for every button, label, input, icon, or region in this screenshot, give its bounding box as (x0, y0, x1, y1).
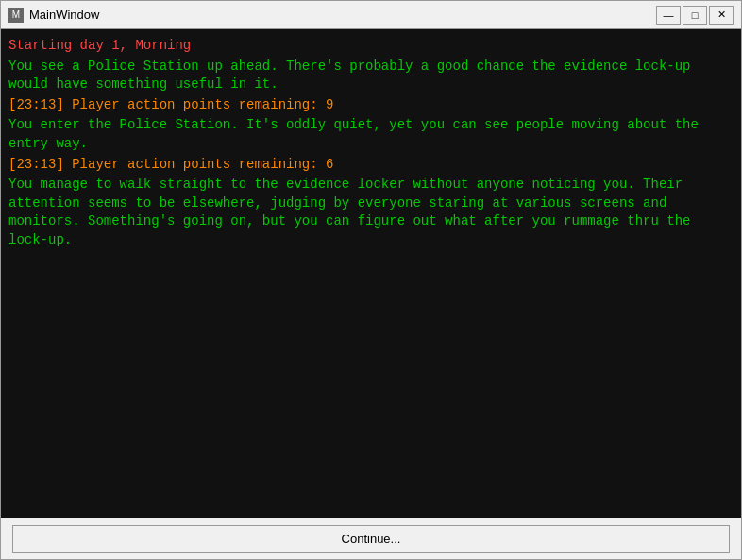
log-line-1: Starting day 1, Morning (8, 37, 734, 56)
log-text-1: Starting day 1, Morning (8, 38, 191, 53)
log-text-5: [23:13] Player action points remaining: … (8, 157, 333, 172)
window-title: MainWindow (29, 8, 99, 22)
log-line-3: [23:13] Player action points remaining: … (8, 96, 734, 115)
minimize-button[interactable]: — (656, 6, 681, 25)
log-text-6: You manage to walk straight to the evide… (8, 177, 691, 247)
title-bar-left: M MainWindow (8, 8, 99, 23)
log-line-2: You see a Police Station up ahead. There… (8, 58, 734, 94)
log-line-4: You enter the Police Station. It's oddly… (8, 116, 734, 153)
log-text-3: [23:13] Player action points remaining: … (8, 97, 333, 112)
main-window: M MainWindow — □ ✕ Starting day 1, Morni… (0, 0, 742, 560)
close-button[interactable]: ✕ (709, 6, 734, 25)
log-text-2: You see a Police Station up ahead. There… (8, 59, 691, 93)
game-log-area: Starting day 1, Morning You see a Police… (1, 29, 741, 518)
continue-button[interactable]: Continue... (12, 525, 730, 553)
log-line-6: You manage to walk straight to the evide… (8, 176, 734, 249)
window-icon: M (8, 8, 24, 23)
title-bar: M MainWindow — □ ✕ (1, 1, 741, 29)
maximize-button[interactable]: □ (683, 6, 707, 25)
log-text-4: You enter the Police Station. It's oddly… (8, 117, 699, 151)
window-icon-label: M (12, 9, 20, 20)
log-line-5: [23:13] Player action points remaining: … (8, 156, 734, 175)
footer: Continue... (1, 518, 741, 559)
title-bar-controls: — □ ✕ (656, 6, 734, 25)
